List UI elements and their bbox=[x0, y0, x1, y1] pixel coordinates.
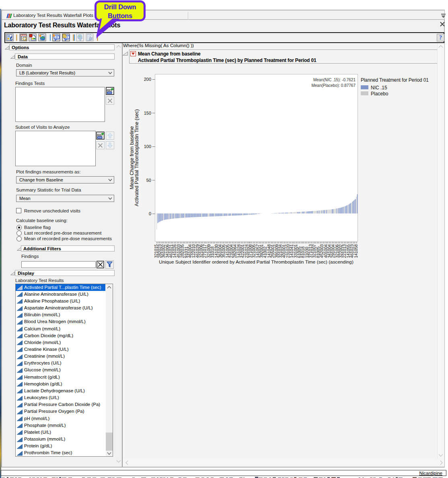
svg-text:0: 0 bbox=[149, 211, 151, 216]
svg-text:Activated Partial Thromboplast: Activated Partial Thromboplastin Time (s… bbox=[134, 109, 140, 206]
svg-text:100: 100 bbox=[144, 144, 151, 149]
svg-text:Mean(NIC .15): -0.7621: Mean(NIC .15): -0.7621 bbox=[313, 78, 356, 82]
svg-text:50: 50 bbox=[146, 178, 151, 183]
svg-text:200: 200 bbox=[144, 77, 151, 82]
svg-text:150: 150 bbox=[144, 111, 151, 115]
svg-text:141058: 141058 bbox=[354, 244, 358, 258]
svg-text:Mean(Placebo): 0.87767: Mean(Placebo): 0.87767 bbox=[311, 83, 356, 88]
svg-text:Unique Subject Identifier orde: Unique Subject Identifier ordered by Act… bbox=[159, 259, 353, 265]
